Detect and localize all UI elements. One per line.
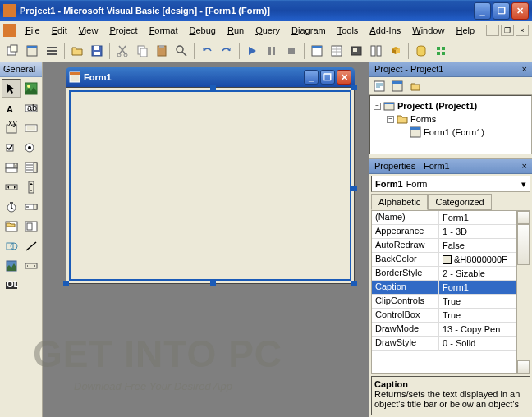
start-button[interactable] bbox=[243, 42, 261, 60]
form-close-button[interactable]: ✕ bbox=[337, 70, 351, 85]
tool-textbox[interactable]: ab| bbox=[21, 99, 40, 117]
project-explorer-button[interactable] bbox=[308, 42, 326, 60]
property-row[interactable]: DrawMode13 - Copy Pen bbox=[372, 323, 530, 337]
tool-picturebox[interactable] bbox=[21, 79, 40, 98]
end-button[interactable] bbox=[282, 42, 300, 60]
menu-window[interactable]: Window bbox=[406, 24, 450, 37]
tool-line[interactable] bbox=[21, 236, 40, 255]
close-button[interactable]: ✕ bbox=[511, 2, 529, 20]
copy-button[interactable] bbox=[133, 42, 151, 60]
mdi-restore-button[interactable]: ❐ bbox=[501, 25, 514, 36]
tool-hscrollbar[interactable] bbox=[2, 177, 21, 196]
properties-panel-title[interactable]: Properties - Form1 × bbox=[369, 159, 532, 174]
save-button[interactable] bbox=[88, 42, 106, 60]
find-button[interactable] bbox=[172, 42, 190, 60]
tool-frame[interactable]: xy bbox=[2, 118, 21, 137]
tool-pointer[interactable] bbox=[2, 79, 21, 98]
property-row[interactable]: AutoRedrawFalse bbox=[372, 239, 530, 253]
tree-forms-folder[interactable]: − Forms bbox=[374, 112, 528, 126]
property-row[interactable]: CaptionForm1 bbox=[372, 281, 530, 295]
form-canvas[interactable] bbox=[66, 87, 355, 284]
menu-format[interactable]: Format bbox=[144, 24, 184, 37]
property-row[interactable]: BorderStyle2 - Sizable bbox=[372, 267, 530, 281]
tree-project-node[interactable]: − Project1 (Project1) bbox=[374, 99, 528, 112]
menu-add-ins[interactable]: Add-Ins bbox=[364, 24, 406, 37]
scroll-down-button[interactable] bbox=[517, 360, 530, 373]
property-description: Caption Returns/sets the text displayed … bbox=[371, 376, 530, 415]
properties-grid[interactable]: (Name)Form1Appearance1 - 3DAutoRedrawFal… bbox=[371, 210, 530, 374]
tool-ole[interactable]: OLE bbox=[2, 276, 21, 295]
tool-commandbutton[interactable] bbox=[21, 118, 40, 137]
tool-timer[interactable] bbox=[2, 197, 21, 216]
form-layout-button[interactable] bbox=[347, 42, 365, 60]
tool-drivelistbox[interactable] bbox=[21, 197, 40, 216]
menu-edit[interactable]: Edit bbox=[46, 24, 73, 37]
tool-image[interactable] bbox=[2, 256, 21, 275]
tool-listbox[interactable] bbox=[21, 158, 40, 176]
menu-editor-button[interactable] bbox=[43, 42, 61, 60]
mdi-minimize-button[interactable]: _ bbox=[486, 25, 499, 36]
project-tree[interactable]: − Project1 (Project1) − Forms Form1 (For… bbox=[369, 95, 532, 154]
menu-debug[interactable]: Debug bbox=[183, 24, 221, 37]
property-row[interactable]: ControlBoxTrue bbox=[372, 309, 530, 323]
tool-shape[interactable] bbox=[2, 236, 21, 255]
form-designer-window[interactable]: Form1 _ ❐ ✕ bbox=[66, 67, 355, 284]
view-object-button[interactable] bbox=[389, 79, 406, 94]
svg-rect-9 bbox=[94, 46, 99, 50]
menu-help[interactable]: Help bbox=[450, 24, 480, 37]
object-browser-button[interactable] bbox=[367, 42, 385, 60]
tab-categorized[interactable]: Categorized bbox=[428, 194, 491, 210]
property-row[interactable]: DrawStyle0 - Solid bbox=[372, 337, 530, 351]
component-manager-button[interactable] bbox=[432, 42, 450, 60]
add-project-button[interactable] bbox=[3, 42, 21, 60]
menu-tools[interactable]: Tools bbox=[332, 24, 365, 37]
tool-optionbutton[interactable] bbox=[21, 138, 40, 157]
break-button[interactable] bbox=[263, 42, 281, 60]
menu-query[interactable]: Query bbox=[250, 24, 286, 37]
property-row[interactable]: ClipControlsTrue bbox=[372, 295, 530, 309]
tool-vscrollbar[interactable] bbox=[21, 177, 40, 196]
tool-checkbox[interactable] bbox=[2, 138, 21, 157]
minimize-button[interactable]: _ bbox=[474, 2, 491, 20]
form-maximize-button[interactable]: ❐ bbox=[320, 70, 335, 85]
tool-dirlistbox[interactable] bbox=[2, 217, 21, 236]
menu-view[interactable]: View bbox=[73, 24, 104, 37]
scroll-up-button[interactable] bbox=[517, 211, 530, 224]
menu-project[interactable]: Project bbox=[103, 24, 143, 37]
paste-button[interactable] bbox=[153, 42, 171, 60]
view-code-button[interactable] bbox=[371, 79, 388, 94]
project-panel-title[interactable]: Project - Project1 × bbox=[369, 62, 532, 77]
redo-button[interactable] bbox=[218, 42, 236, 60]
property-row[interactable]: Appearance1 - 3D bbox=[372, 225, 530, 239]
properties-panel-close-icon[interactable]: × bbox=[522, 161, 527, 172]
tab-alphabetic[interactable]: Alphabetic bbox=[371, 194, 428, 210]
property-row[interactable]: BackColor&H8000000F bbox=[372, 253, 530, 267]
open-button[interactable] bbox=[68, 42, 86, 60]
project-panel-close-icon[interactable]: × bbox=[522, 64, 527, 75]
tool-data[interactable] bbox=[21, 256, 40, 275]
menu-diagram[interactable]: Diagram bbox=[286, 24, 332, 37]
properties-scrollbar[interactable] bbox=[516, 211, 530, 373]
menu-file[interactable]: File bbox=[20, 24, 46, 37]
menu-run[interactable]: Run bbox=[222, 24, 250, 37]
maximize-button[interactable]: ❐ bbox=[493, 2, 510, 20]
tool-combobox[interactable] bbox=[2, 158, 21, 176]
tool-filelistbox[interactable] bbox=[21, 217, 40, 236]
svg-rect-25 bbox=[371, 46, 375, 56]
form-icon bbox=[3, 24, 16, 37]
properties-window-button[interactable] bbox=[328, 42, 346, 60]
object-selector-combo[interactable]: Form1Form ▾ bbox=[371, 176, 530, 192]
add-form-button[interactable] bbox=[23, 42, 41, 60]
data-view-button[interactable] bbox=[412, 42, 430, 60]
undo-button[interactable] bbox=[198, 42, 216, 60]
mdi-close-button[interactable]: × bbox=[516, 25, 529, 36]
form-minimize-button[interactable]: _ bbox=[304, 70, 319, 85]
cut-button[interactable] bbox=[113, 42, 131, 60]
scroll-thumb[interactable] bbox=[517, 224, 530, 265]
toggle-folders-button[interactable] bbox=[407, 79, 424, 94]
property-row[interactable]: (Name)Form1 bbox=[372, 211, 530, 225]
tree-form-item[interactable]: Form1 (Form1) bbox=[374, 126, 528, 139]
toolbox-button[interactable] bbox=[387, 42, 405, 60]
svg-rect-68 bbox=[374, 81, 384, 91]
tool-label[interactable]: A bbox=[2, 99, 21, 117]
